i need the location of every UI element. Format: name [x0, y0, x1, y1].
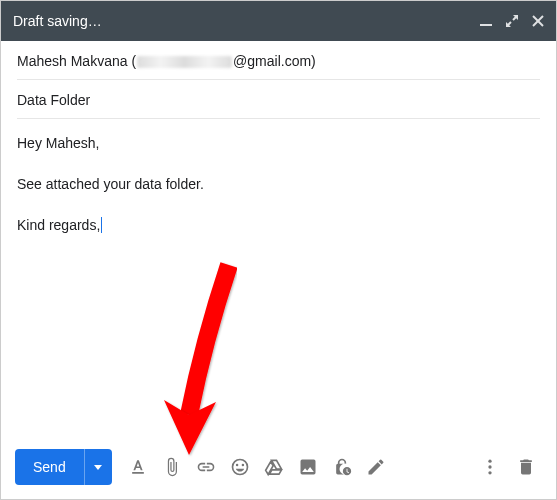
insert-signature-button[interactable]: [360, 451, 392, 483]
insert-drive-button[interactable]: [258, 451, 290, 483]
message-body[interactable]: Hey Mahesh, See attached your data folde…: [1, 119, 556, 439]
link-icon: [196, 457, 216, 477]
insert-emoji-button[interactable]: [224, 451, 256, 483]
svg-point-3: [488, 460, 491, 463]
attachment-icon: [162, 457, 182, 477]
svg-point-5: [488, 471, 491, 474]
recipient-domain: @gmail.com): [233, 53, 316, 69]
header-fields: Mahesh Makvana (@gmail.com) Data Folder: [1, 41, 556, 119]
insert-link-button[interactable]: [190, 451, 222, 483]
format-text-icon: [128, 457, 148, 477]
expand-icon[interactable]: [506, 15, 518, 27]
confidential-mode-button[interactable]: [326, 451, 358, 483]
redacted-email-local: [137, 56, 232, 68]
recipient-name: Mahesh Makvana: [17, 53, 128, 69]
to-field[interactable]: Mahesh Makvana (@gmail.com): [17, 41, 540, 80]
more-options-button[interactable]: [474, 451, 506, 483]
toolbar: [122, 451, 392, 483]
window-controls: [480, 15, 544, 27]
emoji-icon: [230, 457, 250, 477]
titlebar: Draft saving…: [1, 1, 556, 41]
send-button[interactable]: Send: [15, 449, 84, 485]
svg-rect-0: [480, 24, 492, 26]
pen-icon: [366, 457, 386, 477]
svg-point-4: [488, 465, 491, 468]
close-icon[interactable]: [532, 15, 544, 27]
attach-file-button[interactable]: [156, 451, 188, 483]
format-text-button[interactable]: [122, 451, 154, 483]
compose-window: Draft saving… Mahesh Makvana (@gmail.com…: [0, 0, 557, 500]
send-button-group: Send: [15, 449, 112, 485]
insert-photo-button[interactable]: [292, 451, 324, 483]
discard-draft-button[interactable]: [510, 451, 542, 483]
body-line-3: Kind regards,: [17, 215, 540, 236]
minimize-icon[interactable]: [480, 15, 492, 27]
text-cursor: [101, 217, 102, 233]
compose-footer: Send: [1, 439, 556, 499]
body-line-2: See attached your data folder.: [17, 174, 540, 195]
lock-clock-icon: [332, 457, 352, 477]
caret-down-icon: [94, 465, 102, 470]
more-vertical-icon: [480, 457, 500, 477]
recipient-open-paren: (: [131, 53, 136, 69]
window-title: Draft saving…: [13, 13, 480, 29]
drive-icon: [264, 457, 284, 477]
subject-field[interactable]: Data Folder: [17, 80, 540, 119]
send-options-button[interactable]: [84, 449, 112, 485]
body-line-1: Hey Mahesh,: [17, 133, 540, 154]
trash-icon: [516, 457, 536, 477]
image-icon: [298, 457, 318, 477]
